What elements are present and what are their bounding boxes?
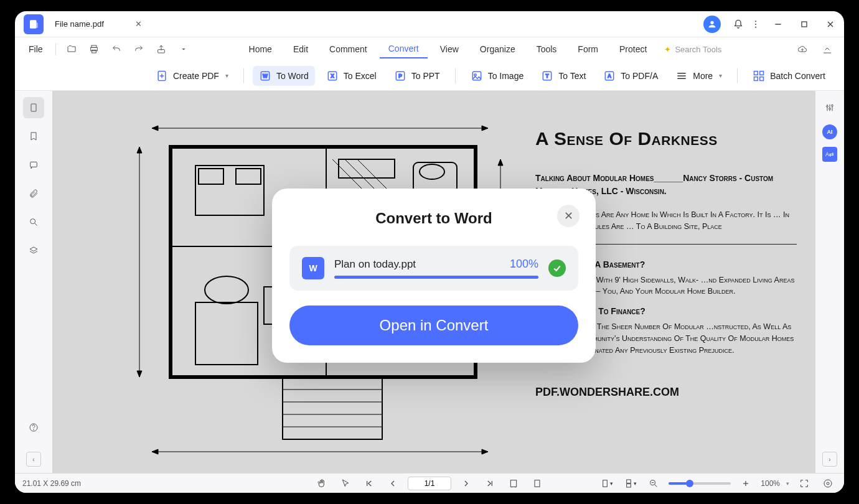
minimize-icon[interactable] xyxy=(769,16,787,33)
app-logo xyxy=(24,14,44,34)
last-page-icon[interactable] xyxy=(481,475,499,492)
undo-icon[interactable] xyxy=(107,40,126,58)
zoom-slider[interactable] xyxy=(669,482,731,485)
batch-convert-button[interactable]: Batch Convert xyxy=(746,66,832,86)
close-window-icon[interactable] xyxy=(822,16,839,33)
continuous-icon[interactable]: ▾ xyxy=(621,475,639,492)
open-icon[interactable] xyxy=(62,40,81,58)
document-tab[interactable]: File name.pdf ✕ xyxy=(52,19,151,29)
search-tools[interactable]: ✦ Search Tools xyxy=(664,45,721,54)
search-tools-placeholder: Search Tools xyxy=(675,45,721,54)
print-icon[interactable] xyxy=(85,40,103,58)
create-pdf-icon xyxy=(156,70,168,82)
single-page-icon[interactable]: ▾ xyxy=(598,475,615,492)
to-excel-button[interactable]: X To Excel xyxy=(320,66,383,86)
properties-icon[interactable] xyxy=(820,98,839,117)
open-in-convert-button[interactable]: Open in Convert xyxy=(289,306,578,345)
zoom-out-icon[interactable] xyxy=(645,475,662,492)
collapse-left-icon[interactable]: ‹ xyxy=(26,452,41,467)
to-text-button[interactable]: T To Text xyxy=(535,66,592,86)
dialog-close-button[interactable]: ✕ xyxy=(557,205,580,227)
user-avatar[interactable] xyxy=(703,16,721,33)
zoom-level[interactable]: 100% xyxy=(761,479,780,488)
chevron-down-icon: ▾ xyxy=(719,72,722,79)
menu-home[interactable]: Home xyxy=(240,40,281,58)
kebab-menu-icon[interactable] xyxy=(747,16,764,33)
svg-rect-85 xyxy=(510,480,516,487)
status-bar: 21.01 X 29.69 cm ▾ ▾ 100% ▾ xyxy=(15,473,844,493)
svg-rect-31 xyxy=(754,71,758,75)
svg-rect-6 xyxy=(802,22,807,27)
fullscreen-icon[interactable] xyxy=(796,475,813,492)
sparkle-icon: ✦ xyxy=(664,45,671,54)
page-number-input[interactable] xyxy=(408,477,451,490)
to-ppt-button[interactable]: P To PPT xyxy=(388,66,446,86)
success-check-icon xyxy=(548,259,566,277)
menu-tools[interactable]: Tools xyxy=(528,40,566,58)
svg-text:X: X xyxy=(331,73,334,79)
select-tool-icon[interactable] xyxy=(337,475,354,492)
attachments-icon[interactable] xyxy=(23,183,44,204)
image-icon xyxy=(471,70,483,82)
bookmarks-icon[interactable] xyxy=(23,126,44,147)
layers-icon[interactable] xyxy=(23,240,44,261)
more-button[interactable]: More ▾ xyxy=(669,66,728,86)
fit-page-icon[interactable] xyxy=(528,475,546,492)
translate-icon[interactable]: A⇄ xyxy=(822,147,837,162)
redo-icon[interactable] xyxy=(129,40,148,58)
next-page-icon[interactable] xyxy=(458,475,475,492)
word-icon: W xyxy=(259,70,271,82)
svg-rect-89 xyxy=(626,483,631,487)
hand-tool-icon[interactable] xyxy=(313,475,331,492)
convert-toolbar: Create PDF ▾ W To Word X To Excel P To P… xyxy=(15,61,844,91)
svg-rect-32 xyxy=(760,71,764,75)
conversion-file-row: W Plan on today.ppt 100% xyxy=(289,246,578,291)
svg-line-92 xyxy=(655,485,657,487)
svg-point-96 xyxy=(827,482,829,485)
menu-form[interactable]: Form xyxy=(569,40,607,58)
create-pdf-button[interactable]: Create PDF ▾ xyxy=(149,66,235,86)
zoom-dropdown-icon[interactable]: ▾ xyxy=(786,480,789,487)
svg-rect-88 xyxy=(626,480,631,483)
menu-protect[interactable]: Protect xyxy=(611,40,655,58)
quick-access-dropdown-icon[interactable] xyxy=(174,40,193,58)
comments-icon[interactable] xyxy=(23,154,44,175)
menu-organize[interactable]: Organize xyxy=(471,40,524,58)
tab-close-icon[interactable]: ✕ xyxy=(134,19,144,29)
menu-edit[interactable]: Edit xyxy=(284,40,317,58)
svg-rect-87 xyxy=(603,480,607,487)
word-file-icon: W xyxy=(302,257,324,279)
file-menu[interactable]: File xyxy=(22,42,49,57)
svg-point-80 xyxy=(827,106,828,108)
batch-icon xyxy=(753,70,765,82)
text-icon: T xyxy=(541,70,553,82)
menu-comment[interactable]: Comment xyxy=(321,40,376,58)
zoom-in-icon[interactable] xyxy=(737,475,754,492)
first-page-icon[interactable] xyxy=(360,475,378,492)
menu-view[interactable]: View xyxy=(431,40,467,58)
share-icon[interactable] xyxy=(152,40,171,58)
maximize-icon[interactable] xyxy=(796,16,813,33)
expand-right-icon[interactable]: › xyxy=(822,452,837,467)
search-panel-icon[interactable] xyxy=(23,212,44,233)
fit-width-icon[interactable] xyxy=(505,475,522,492)
to-word-button[interactable]: W To Word xyxy=(253,66,315,86)
notification-icon[interactable] xyxy=(730,16,747,33)
collapse-ribbon-icon[interactable] xyxy=(818,40,837,58)
help-icon[interactable] xyxy=(23,417,44,438)
svg-point-81 xyxy=(829,108,831,110)
document-canvas[interactable]: A Sense Of Darkness Talking About Modula… xyxy=(52,91,815,473)
cloud-upload-icon[interactable] xyxy=(793,40,812,58)
prev-page-icon[interactable] xyxy=(384,475,401,492)
menu-convert[interactable]: Convert xyxy=(380,40,428,58)
ai-assistant-icon[interactable]: AI xyxy=(822,124,837,139)
svg-line-38 xyxy=(35,223,37,225)
svg-rect-34 xyxy=(760,77,764,80)
to-pdfa-button[interactable]: A To PDF/A xyxy=(597,66,664,86)
svg-point-23 xyxy=(474,73,476,75)
more-icon xyxy=(675,70,688,82)
thumbnails-icon[interactable] xyxy=(23,97,44,118)
read-mode-icon[interactable] xyxy=(819,475,837,492)
to-image-button[interactable]: To Image xyxy=(464,66,530,86)
title-bar: File name.pdf ✕ xyxy=(15,11,844,37)
